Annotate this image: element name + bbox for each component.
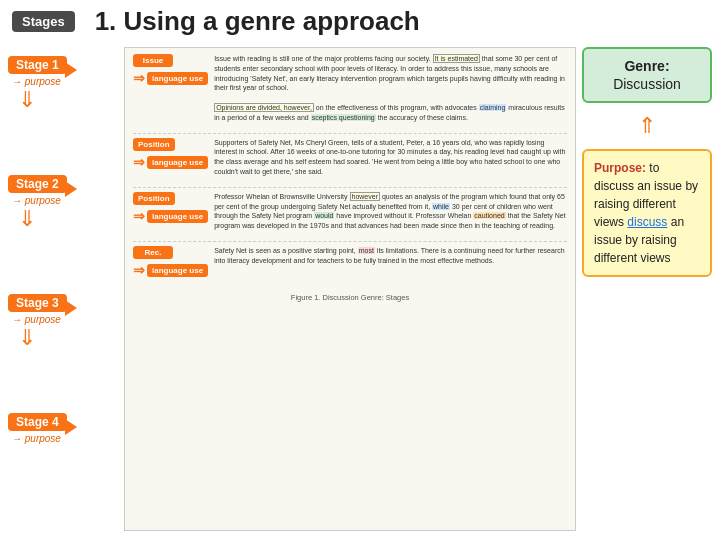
main-content: Stage 1 → purpose ⇓ Stage 2 → purpose ⇓ … — [0, 43, 720, 535]
doc-stage-4-row: Rec. ⇒ language use Safety Net is seen a… — [133, 246, 567, 279]
highlight-opinions: Opinions are divided, however, — [214, 103, 314, 112]
stage-2-purpose: → purpose — [12, 195, 61, 206]
stage-3-down-arrow: ⇓ — [18, 327, 36, 349]
genre-label: Genre: — [624, 58, 669, 74]
doc-stage-4-label: Rec. — [133, 246, 173, 259]
doc-stage-1-text: Issue with reading is still one of the m… — [214, 54, 567, 123]
doc-stage-1-section: Issue ⇒ language use Issue with reading … — [133, 54, 567, 134]
doc-stage-3-lang-use: language use — [147, 210, 208, 223]
stage-1-block: Stage 1 → purpose ⇓ — [8, 56, 118, 166]
highlight-cautioned: cautioned — [473, 212, 505, 219]
doc-stage-2-label: Position — [133, 138, 175, 151]
highlight-most: most — [358, 247, 375, 254]
doc-stage-1-arrow: ⇒ — [133, 70, 145, 87]
stage-1-purpose: → purpose — [12, 76, 61, 87]
right-column: Genre: Discussion ⇑ Purpose: to discuss … — [582, 47, 712, 531]
highlight-would: would — [314, 212, 334, 219]
header: Stages 1. Using a genre approach — [0, 0, 720, 43]
doc-stage-1-row: Issue ⇒ language use Issue with reading … — [133, 54, 567, 123]
up-arrow-icon: ⇑ — [582, 113, 712, 139]
doc-stage-2-row: Position ⇒ language use Supporters of Sa… — [133, 138, 567, 177]
doc-stage-4-lang-use: language use — [147, 264, 208, 277]
doc-stage-3-label: Position — [133, 192, 175, 205]
stage-1-arrow — [65, 62, 77, 78]
stage-4-block: Stage 4 → purpose — [8, 413, 118, 523]
stage-3-label: Stage 3 — [8, 294, 67, 312]
purpose-label: Purpose: — [594, 161, 646, 175]
genre-box: Genre: Discussion — [582, 47, 712, 103]
doc-stage-1-lang-use: language use — [147, 72, 208, 85]
highlight-estimated: It is estimated — [433, 54, 480, 63]
stage-3-block: Stage 3 → purpose ⇓ — [8, 294, 118, 404]
document-area: Issue ⇒ language use Issue with reading … — [124, 47, 576, 531]
highlight-claiming: claiming — [479, 104, 507, 111]
stages-column: Stage 1 → purpose ⇓ Stage 2 → purpose ⇓ … — [8, 47, 118, 531]
highlight-sceptics: sceptics questioning — [311, 114, 376, 121]
stage-1-down-arrow: ⇓ — [18, 89, 36, 111]
doc-stage-4-arrow: ⇒ — [133, 262, 145, 279]
purpose-discuss-link: discuss — [627, 215, 667, 229]
stage-2-block: Stage 2 → purpose ⇓ — [8, 175, 118, 285]
stage-1-label: Stage 1 — [8, 56, 67, 74]
purpose-box: Purpose: to discuss an issue by raising … — [582, 149, 712, 277]
doc-stage-3-arrow: ⇒ — [133, 208, 145, 225]
stage-2-arrow — [65, 181, 77, 197]
stage-4-label: Stage 4 — [8, 413, 67, 431]
doc-stage-3-text: Professor Whelan of Brownsville Universi… — [214, 192, 567, 231]
doc-stage-1-label: Issue — [133, 54, 173, 67]
stage-3-arrow — [65, 300, 77, 316]
main-title: 1. Using a genre approach — [95, 6, 420, 37]
stage-2-label: Stage 2 — [8, 175, 67, 193]
stage-3-purpose: → purpose — [12, 314, 61, 325]
stages-badge: Stages — [12, 11, 75, 32]
doc-stage-3-section: Position ⇒ language use Professor Whelan… — [133, 192, 567, 242]
doc-stage-4-section: Rec. ⇒ language use Safety Net is seen a… — [133, 246, 567, 289]
doc-stage-2-arrow: ⇒ — [133, 154, 145, 171]
stage-2-down-arrow: ⇓ — [18, 208, 36, 230]
doc-stage-3-row: Position ⇒ language use Professor Whelan… — [133, 192, 567, 231]
doc-stage-2-lang-use: language use — [147, 156, 208, 169]
highlight-while: while — [432, 203, 450, 210]
doc-stage-2-text: Supporters of Safety Net, Ms Cheryl Gree… — [214, 138, 567, 177]
genre-value: Discussion — [613, 76, 681, 92]
highlight-however: however — [350, 192, 380, 201]
doc-stage-4-text: Safety Net is seen as a positive startin… — [214, 246, 567, 266]
stage-4-arrow — [65, 419, 77, 435]
doc-stage-2-section: Position ⇒ language use Supporters of Sa… — [133, 138, 567, 188]
fig-caption: Figure 1. Discussion Genre: Stages — [133, 293, 567, 304]
stage-4-purpose: → purpose — [12, 433, 61, 444]
